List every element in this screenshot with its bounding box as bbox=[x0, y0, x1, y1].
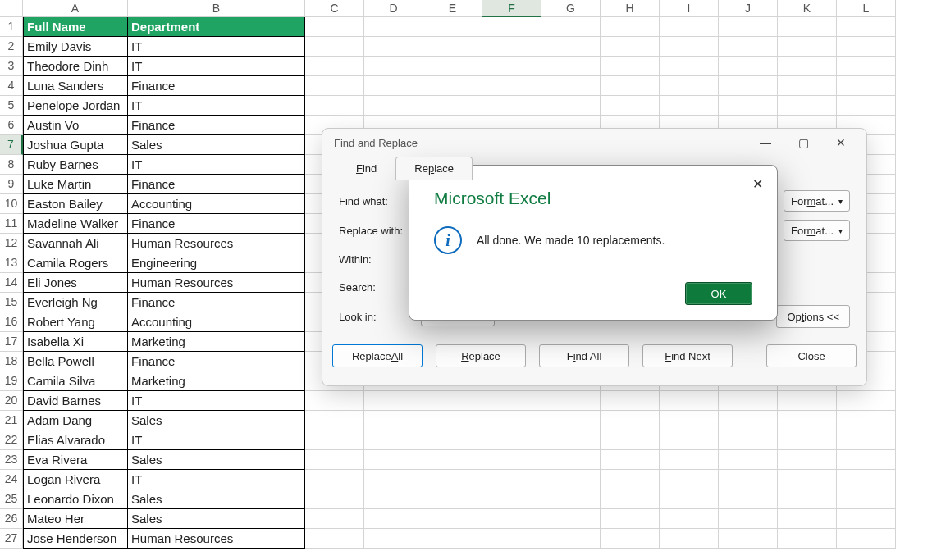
cell-I22[interactable] bbox=[660, 430, 719, 450]
cell-H3[interactable] bbox=[601, 57, 660, 76]
cell-E5[interactable] bbox=[423, 96, 482, 116]
cell-G1[interactable] bbox=[541, 17, 601, 37]
row-header-7[interactable]: 7 bbox=[0, 135, 23, 155]
cell-E2[interactable] bbox=[423, 37, 482, 57]
cell-G24[interactable] bbox=[541, 470, 601, 489]
cell-H24[interactable] bbox=[601, 470, 660, 489]
cell-C25[interactable] bbox=[305, 489, 364, 509]
cell-A25[interactable]: Leonardo Dixon bbox=[23, 489, 128, 509]
cell-H5[interactable] bbox=[601, 96, 660, 116]
cell-D23[interactable] bbox=[364, 450, 423, 470]
cell-F25[interactable] bbox=[482, 489, 541, 509]
cell-J2[interactable] bbox=[719, 37, 778, 57]
cell-D2[interactable] bbox=[364, 37, 423, 57]
column-header-A[interactable]: A bbox=[23, 0, 128, 17]
cell-K4[interactable] bbox=[778, 76, 837, 96]
cell-A16[interactable]: Robert Yang bbox=[23, 312, 128, 332]
cell-D5[interactable] bbox=[364, 96, 423, 116]
cell-E23[interactable] bbox=[423, 450, 482, 470]
cell-A14[interactable]: Eli Jones bbox=[23, 273, 128, 293]
cell-H27[interactable] bbox=[601, 529, 660, 549]
cell-B16[interactable]: Accounting bbox=[128, 312, 305, 332]
cell-H22[interactable] bbox=[601, 430, 660, 450]
cell-D1[interactable] bbox=[364, 17, 423, 37]
options-button[interactable]: Options << bbox=[776, 305, 850, 328]
cell-K25[interactable] bbox=[778, 489, 837, 509]
cell-J26[interactable] bbox=[719, 509, 778, 529]
maximize-button[interactable]: ▢ bbox=[784, 130, 822, 155]
cell-H20[interactable] bbox=[601, 391, 660, 411]
cell-A11[interactable]: Madeline Walker bbox=[23, 214, 128, 234]
row-header-4[interactable]: 4 bbox=[0, 76, 23, 96]
row-header-21[interactable]: 21 bbox=[0, 411, 23, 430]
cell-G2[interactable] bbox=[541, 37, 601, 57]
cell-B3[interactable]: IT bbox=[128, 57, 305, 76]
cell-D21[interactable] bbox=[364, 411, 423, 430]
row-header-18[interactable]: 18 bbox=[0, 352, 23, 371]
cell-G23[interactable] bbox=[541, 450, 601, 470]
cell-C24[interactable] bbox=[305, 470, 364, 489]
cell-B10[interactable]: Accounting bbox=[128, 194, 305, 214]
cell-J25[interactable] bbox=[719, 489, 778, 509]
cell-L1[interactable] bbox=[837, 17, 896, 37]
row-header-3[interactable]: 3 bbox=[0, 57, 23, 76]
replace-all-button[interactable]: Replace All bbox=[332, 344, 423, 367]
tab-find[interactable]: Find bbox=[337, 157, 395, 180]
alert-ok-button[interactable]: OK bbox=[685, 282, 752, 305]
row-header-27[interactable]: 27 bbox=[0, 529, 23, 549]
cell-A18[interactable]: Bella Powell bbox=[23, 352, 128, 371]
cell-I4[interactable] bbox=[660, 76, 719, 96]
cell-E21[interactable] bbox=[423, 411, 482, 430]
cell-B2[interactable]: IT bbox=[128, 37, 305, 57]
cell-A12[interactable]: Savannah Ali bbox=[23, 234, 128, 253]
row-header-23[interactable]: 23 bbox=[0, 450, 23, 470]
cell-L22[interactable] bbox=[837, 430, 896, 450]
find-next-button[interactable]: Find Next bbox=[642, 344, 733, 367]
column-header-C[interactable]: C bbox=[305, 0, 364, 17]
cell-A7[interactable]: Joshua Gupta bbox=[23, 135, 128, 155]
close-dialog-button[interactable]: Close bbox=[766, 344, 857, 367]
cell-A13[interactable]: Camila Rogers bbox=[23, 253, 128, 273]
row-header-11[interactable]: 11 bbox=[0, 214, 23, 234]
cell-B17[interactable]: Marketing bbox=[128, 332, 305, 352]
cell-G4[interactable] bbox=[541, 76, 601, 96]
cell-C4[interactable] bbox=[305, 76, 364, 96]
cell-L4[interactable] bbox=[837, 76, 896, 96]
cell-B24[interactable]: IT bbox=[128, 470, 305, 489]
column-header-J[interactable]: J bbox=[719, 0, 778, 17]
cell-H4[interactable] bbox=[601, 76, 660, 96]
cell-A26[interactable]: Mateo Her bbox=[23, 509, 128, 529]
cell-B13[interactable]: Engineering bbox=[128, 253, 305, 273]
cell-A10[interactable]: Easton Bailey bbox=[23, 194, 128, 214]
cell-E27[interactable] bbox=[423, 529, 482, 549]
cell-A20[interactable]: David Barnes bbox=[23, 391, 128, 411]
cell-F24[interactable] bbox=[482, 470, 541, 489]
cell-D4[interactable] bbox=[364, 76, 423, 96]
cell-E1[interactable] bbox=[423, 17, 482, 37]
tab-replace[interactable]: Replace bbox=[395, 157, 473, 180]
column-header-D[interactable]: D bbox=[364, 0, 423, 17]
cell-A2[interactable]: Emily Davis bbox=[23, 37, 128, 57]
cell-C5[interactable] bbox=[305, 96, 364, 116]
cell-B12[interactable]: Human Resources bbox=[128, 234, 305, 253]
row-header-15[interactable]: 15 bbox=[0, 293, 23, 312]
row-header-12[interactable]: 12 bbox=[0, 234, 23, 253]
cell-J3[interactable] bbox=[719, 57, 778, 76]
cell-K3[interactable] bbox=[778, 57, 837, 76]
cell-A22[interactable]: Elias Alvarado bbox=[23, 430, 128, 450]
cell-B18[interactable]: Finance bbox=[128, 352, 305, 371]
cell-H21[interactable] bbox=[601, 411, 660, 430]
column-header-K[interactable]: K bbox=[778, 0, 837, 17]
cell-D27[interactable] bbox=[364, 529, 423, 549]
cell-I1[interactable] bbox=[660, 17, 719, 37]
cell-I21[interactable] bbox=[660, 411, 719, 430]
cell-B26[interactable]: Sales bbox=[128, 509, 305, 529]
cell-J20[interactable] bbox=[719, 391, 778, 411]
cell-G20[interactable] bbox=[541, 391, 601, 411]
cell-C3[interactable] bbox=[305, 57, 364, 76]
cell-G5[interactable] bbox=[541, 96, 601, 116]
cell-C1[interactable] bbox=[305, 17, 364, 37]
cell-H25[interactable] bbox=[601, 489, 660, 509]
cell-C21[interactable] bbox=[305, 411, 364, 430]
row-header-5[interactable]: 5 bbox=[0, 96, 23, 116]
